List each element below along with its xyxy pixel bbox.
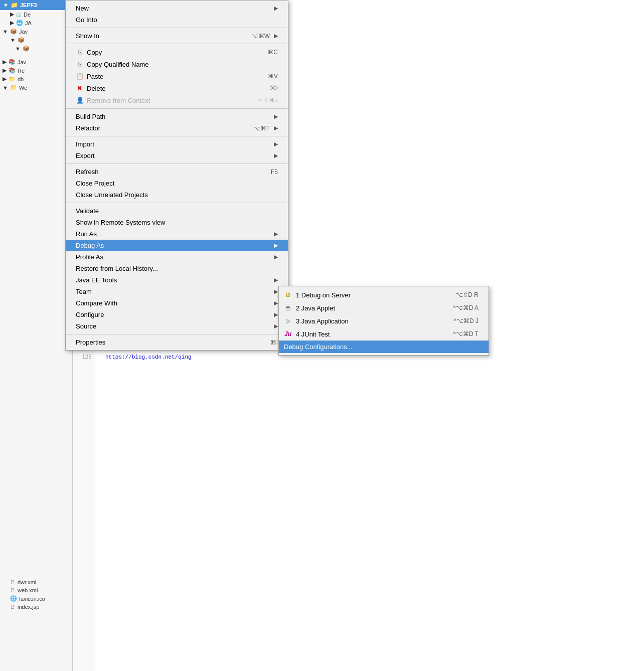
- menu-item-export[interactable]: Export ▶: [66, 150, 288, 161]
- menu-shortcut-remove-context: ⌥⇧⌘↓: [257, 97, 278, 104]
- menu-item-go-into[interactable]: Go Into: [66, 14, 288, 26]
- menu-item-properties[interactable]: Properties ⌘I: [66, 337, 288, 348]
- menu-item-refactor[interactable]: Refactor ⌥⌘T ▶: [66, 122, 288, 134]
- sidebar-item-jav2[interactable]: ▶📚Jav: [0, 58, 72, 66]
- sidebar-label-jav2: Jav: [18, 59, 26, 65]
- menu-item-new[interactable]: New ▶: [66, 3, 288, 14]
- delete-icon: ✖: [76, 84, 84, 92]
- submenu-debug-configs[interactable]: Debug Configurations...: [279, 341, 489, 353]
- menu-item-build-path[interactable]: Build Path ▶: [66, 111, 288, 122]
- sidebar-label-we: We: [19, 85, 27, 91]
- sidebar-item-sub1[interactable]: ▼📦: [0, 36, 72, 44]
- submenu-java-applet-label: ☕ 2 Java Applet: [284, 304, 335, 312]
- menu-item-validate[interactable]: Validate: [66, 205, 288, 217]
- submenu-java-app-label: ▷ 3 Java Application: [284, 317, 349, 325]
- menu-item-paste[interactable]: 📋Paste ⌘V: [66, 70, 288, 82]
- menu-item-run-as[interactable]: Run As ▶: [66, 228, 288, 240]
- menu-separator-2: [66, 44, 288, 44]
- menu-item-validate-label: Validate: [76, 207, 99, 215]
- menu-shortcut-paste: ⌘V: [268, 73, 278, 80]
- menu-item-show-remote-label: Show in Remote Systems view: [76, 219, 165, 226]
- menu-item-copy-label: ⎘Copy: [76, 48, 102, 56]
- menu-item-export-label: Export: [76, 152, 95, 159]
- menu-separator-4: [66, 136, 288, 136]
- menu-item-refresh-label: Refresh: [76, 168, 99, 176]
- code-line-128: https://blog.csdn.net/qing: [105, 353, 192, 361]
- submenu-junit[interactable]: Ju 4 JUnit Test ^⌥⌘D T: [279, 327, 489, 341]
- submenu-shortcut-java-app: ^⌥⌘D J: [453, 317, 478, 324]
- junit-debug-icon: Ju: [284, 330, 292, 338]
- menu-item-copy[interactable]: ⎘Copy ⌘C: [66, 46, 288, 58]
- menu-item-close-unrelated-label: Close Unrelated Projects: [76, 191, 148, 199]
- menu-item-remove-context-label: 👤Remove from Context: [76, 96, 150, 104]
- menu-separator-5: [66, 163, 288, 164]
- menu-item-show-in[interactable]: Show In ⌥⌘W ▶: [66, 30, 288, 42]
- submenu-debug-server[interactable]: 🖥 1 Debug on Server ⌥⇧D R: [279, 288, 489, 301]
- sidebar-file-dwr[interactable]: 🗋dwr.xml: [0, 578, 73, 586]
- menu-item-source[interactable]: Source ▶: [66, 320, 288, 332]
- submenu-java-applet[interactable]: ☕ 2 Java Applet ^⌥⌘D A: [279, 301, 489, 314]
- menu-item-configure-label: Configure: [76, 311, 104, 318]
- submenu-debug-server-label: 🖥 1 Debug on Server: [284, 291, 351, 299]
- submenu-shortcut-applet: ^⌥⌘D A: [453, 304, 478, 311]
- sidebar-item-re[interactable]: ▶📚Re: [0, 66, 72, 75]
- sidebar-item-db[interactable]: ▶📁db: [0, 75, 72, 83]
- menu-arrow-source: ▶: [274, 323, 278, 329]
- menu-item-configure[interactable]: Configure ▶: [66, 309, 288, 320]
- menu-arrow-import: ▶: [274, 141, 278, 147]
- sidebar-header: ▼ 📁 JEPF3: [0, 0, 72, 10]
- menu-arrow-build-path: ▶: [274, 113, 278, 120]
- menu-item-run-as-label: Run As: [76, 230, 97, 238]
- menu-item-close-unrelated[interactable]: Close Unrelated Projects: [66, 189, 288, 201]
- sidebar-item-we[interactable]: ▼📁We: [0, 83, 72, 92]
- sidebar-file-web[interactable]: 🗋web.xml: [0, 586, 73, 594]
- sidebar-file-favicon[interactable]: 🌐favicon.ico: [0, 594, 73, 603]
- sidebar-item-sub2[interactable]: ▼📦: [0, 44, 72, 53]
- menu-item-restore-label: Restore from Local History...: [76, 265, 158, 272]
- menu-item-source-label: Source: [76, 322, 96, 330]
- sidebar-file-index[interactable]: 🗋index.jsp: [0, 603, 73, 611]
- menu-shortcut-refresh: F5: [271, 169, 278, 176]
- menu-item-delete[interactable]: ✖Delete ⌦: [66, 82, 288, 94]
- menu-arrow-refactor: ▶: [274, 125, 278, 131]
- sidebar-label-db: db: [18, 76, 24, 82]
- sidebar-expand-icon: ▼: [3, 2, 9, 8]
- menu-item-close-project-label: Close Project: [76, 180, 114, 187]
- menu-arrow-compare: ▶: [274, 300, 278, 306]
- menu-item-import[interactable]: Import ▶: [66, 138, 288, 150]
- menu-item-refresh[interactable]: Refresh F5: [66, 166, 288, 178]
- submenu-junit-label: Ju 4 JUnit Test: [284, 330, 330, 338]
- submenu-java-app[interactable]: ▷ 3 Java Application ^⌥⌘D J: [279, 314, 489, 327]
- menu-item-team[interactable]: Team ▶: [66, 286, 288, 297]
- menu-item-debug-as[interactable]: Debug As ▶: [66, 240, 288, 251]
- menu-item-profile-as[interactable]: Profile As ▶: [66, 251, 288, 263]
- menu-arrow-run-as: ▶: [274, 231, 278, 237]
- sidebar-label-dwr: dwr.xml: [18, 579, 36, 585]
- menu-item-java-ee-tools-label: Java EE Tools: [76, 276, 117, 284]
- menu-shortcut-show-in: ⌥⌘W: [251, 33, 270, 40]
- menu-arrow-debug-as: ▶: [274, 242, 278, 249]
- menu-item-restore[interactable]: Restore from Local History...: [66, 263, 288, 274]
- menu-item-debug-as-label: Debug As: [76, 242, 104, 249]
- sidebar-label-web: web.xml: [18, 587, 38, 593]
- menu-item-refactor-right: ⌥⌘T ▶: [253, 125, 278, 132]
- menu-item-compare[interactable]: Compare With ▶: [66, 297, 288, 309]
- menu-item-remove-context[interactable]: 👤Remove from Context ⌥⇧⌘↓: [66, 94, 288, 106]
- menu-item-new-label: New: [76, 5, 89, 12]
- menu-item-show-remote[interactable]: Show in Remote Systems view: [66, 217, 288, 228]
- sidebar-item-de[interactable]: ▶🗂De: [0, 10, 72, 19]
- sidebar-item-ja[interactable]: ▶🌐JA: [0, 19, 72, 27]
- menu-shortcut-refactor: ⌥⌘T: [253, 125, 270, 132]
- project-sidebar: ▼ 📁 JEPF3 ▶🗂De ▶🌐JA ▼📦Jav ▼📦 ▼📦 ▶📚Jav ▶📚…: [0, 0, 73, 671]
- menu-item-copy-qualified[interactable]: ⎘Copy Qualified Name: [66, 58, 288, 70]
- menu-arrow-profile-as: ▶: [274, 254, 278, 260]
- menu-item-profile-as-label: Profile As: [76, 253, 103, 261]
- menu-separator-1: [66, 28, 288, 28]
- menu-item-show-in-label: Show In: [76, 32, 99, 40]
- menu-item-close-project[interactable]: Close Project: [66, 178, 288, 189]
- paste-icon: 📋: [76, 72, 84, 80]
- menu-item-team-label: Team: [76, 288, 92, 295]
- sidebar-item-jav[interactable]: ▼📦Jav: [0, 27, 72, 36]
- sidebar-project-name: JEPF3: [20, 2, 37, 8]
- menu-item-java-ee-tools[interactable]: Java EE Tools ▶: [66, 274, 288, 286]
